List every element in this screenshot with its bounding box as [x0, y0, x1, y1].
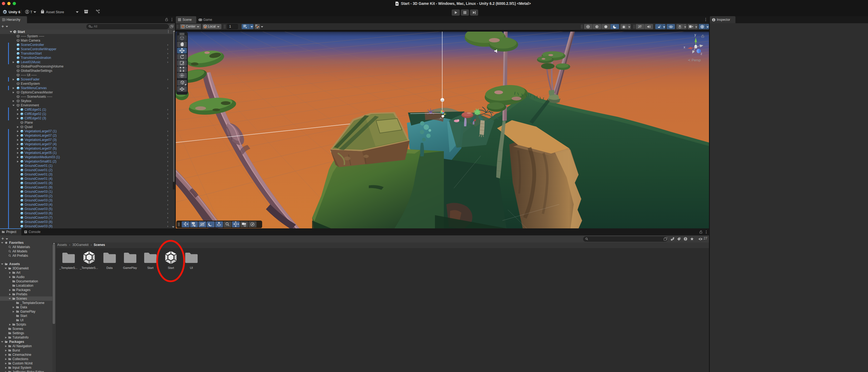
svg-text:z: z: [701, 52, 702, 56]
svg-text:≺ Persp: ≺ Persp: [688, 58, 701, 62]
svg-text:Y: Y: [245, 27, 247, 29]
svg-text:y: y: [694, 33, 696, 37]
svg-text:x: x: [684, 45, 685, 49]
